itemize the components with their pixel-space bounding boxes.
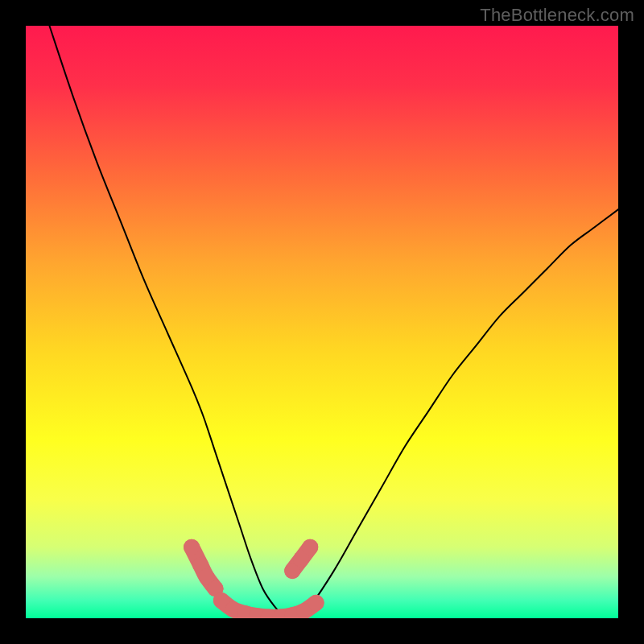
gradient-background xyxy=(26,26,618,618)
highlight-dot xyxy=(308,595,324,611)
watermark-text: TheBottleneck.com xyxy=(480,5,634,26)
highlight-dot xyxy=(302,539,318,555)
plot-area xyxy=(26,26,618,618)
chart-frame: TheBottleneck.com xyxy=(0,0,644,644)
bottleneck-chart xyxy=(26,26,618,618)
highlight-dot xyxy=(184,539,200,555)
